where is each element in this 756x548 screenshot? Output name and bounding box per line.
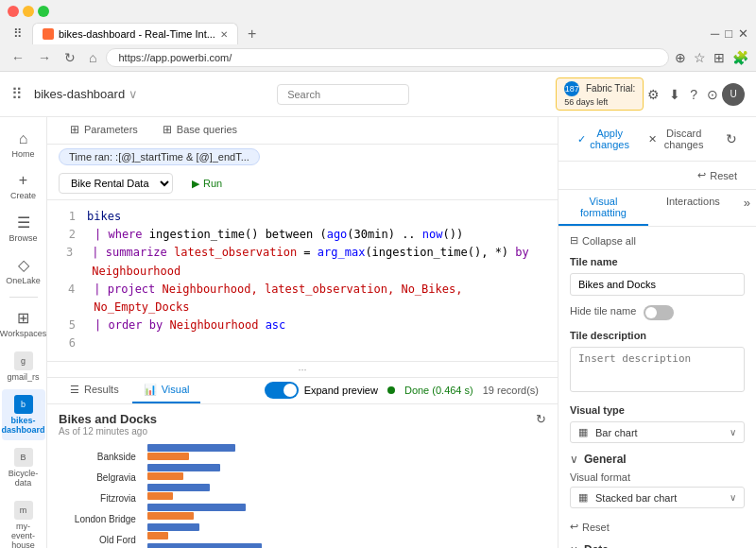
active-tab[interactable]: bikes-dashboard - Real-Time Int... ✕ (32, 23, 238, 44)
collapse-icon: ⊟ (570, 234, 578, 247)
expand-panel-icon[interactable]: » (738, 190, 756, 226)
expand-preview-toggle[interactable]: Expand preview (265, 382, 378, 399)
url-input[interactable] (106, 48, 669, 67)
refresh-icon[interactable]: ↻ (536, 412, 546, 426)
status-dot (387, 386, 395, 394)
collections-icon[interactable]: ⊞ (713, 50, 725, 65)
bar-group-3 (147, 504, 546, 520)
close-button[interactable] (8, 6, 19, 17)
tab-visual-formatting[interactable]: Visual formatting (558, 190, 648, 226)
bar-chart-icon: ▦ (578, 426, 588, 438)
time-tag[interactable]: Time ran: :[@]_startTime & [@]_endT... (59, 148, 260, 165)
extensions-icon[interactable]: ⠿ (8, 25, 28, 43)
reset-row: ↩ Reset (558, 162, 756, 190)
discard-icon: ✕ (648, 133, 657, 146)
maximize-button[interactable] (38, 6, 49, 17)
code-expand-handle[interactable]: ··· (47, 361, 558, 377)
tab-base-queries[interactable]: ⊞ Base queries (151, 117, 249, 144)
tile-description-label: Tile description (570, 330, 745, 341)
onelake-icon: ◇ (18, 256, 29, 274)
home-icon: ⌂ (19, 130, 28, 147)
download-icon[interactable]: ⬇ (669, 87, 680, 102)
collapse-all-button[interactable]: ⊟ Collapse all (570, 234, 745, 247)
query-tabs: ⊞ Parameters ⊞ Base queries (47, 117, 558, 145)
app-name[interactable]: bikes-dashboard (34, 87, 125, 101)
browser-chrome: ⠿ bikes-dashboard - Real-Time Int... ✕ +… (0, 0, 756, 72)
tile-description-input[interactable] (570, 347, 745, 392)
minimize-window-icon[interactable]: ─ (711, 26, 719, 41)
code-editor[interactable]: 1 bikes 2 | where ingestion_time() betwe… (47, 200, 558, 361)
restore-window-icon[interactable]: □ (725, 26, 732, 41)
chart-label-fitzrovia: Fitzrovia (59, 489, 140, 508)
stacked-bar-icon: ▦ (578, 491, 588, 504)
bar-blue-2 (147, 484, 210, 491)
run-button[interactable]: ▶ Run (180, 174, 233, 194)
sidebar-item-home[interactable]: ⌂ Home (2, 125, 45, 164)
sidebar-label-workspaces: Workspaces (0, 329, 46, 338)
results-toolbar: Expand preview Done (0.464 s) 19 record(… (257, 382, 546, 399)
tab-parameters[interactable]: ⊞ Parameters (59, 117, 149, 144)
reload-button[interactable]: ↻ (60, 48, 79, 67)
visual-type-select[interactable]: ▦ Bar chart ∨ (570, 421, 745, 443)
data-section-header[interactable]: ∨ Data (570, 543, 745, 548)
sidebar-item-workspaces[interactable]: ⊞ Workspaces (2, 303, 45, 344)
sidebar-item-my-event-house-1[interactable]: m my-event-house (2, 495, 45, 548)
user-avatar[interactable]: U (722, 83, 745, 106)
settings-icon[interactable]: ⚙ (647, 87, 660, 102)
chart-label-belgravia: Belgravia (59, 469, 140, 488)
tab-close-icon[interactable]: ✕ (220, 29, 228, 40)
apply-icon: ✓ (577, 133, 586, 146)
app-grid-icon[interactable]: ⠿ (11, 85, 23, 103)
window-controls (8, 6, 49, 17)
reset-label: Reset (710, 170, 737, 181)
help-icon[interactable]: ? (690, 87, 697, 102)
tab-results[interactable]: ☰ Results (59, 378, 130, 403)
extensions-toolbar-icon[interactable]: 🧩 (732, 50, 748, 65)
sidebar-item-bikes-dashboard[interactable]: b bikes-dashboard (2, 389, 45, 440)
minimize-button[interactable] (23, 6, 34, 17)
panel-content: ⊟ Collapse all Tile name Hide tile name … (558, 227, 756, 548)
tab-interactions[interactable]: Interactions (648, 190, 738, 226)
home-browser-button[interactable]: ⌂ (85, 48, 100, 67)
visual-format-label: Visual format (570, 471, 745, 483)
back-button[interactable]: ← (8, 48, 28, 67)
apply-changes-button[interactable]: ✓ Apply changes (570, 125, 637, 153)
toggle-switch-element[interactable] (265, 382, 299, 399)
general-section-header[interactable]: ∨ General (570, 453, 745, 466)
general-section-title: General (584, 453, 627, 466)
expand-preview-label: Expand preview (304, 385, 378, 396)
visual-format-field: Visual format ▦ Stacked bar chart ∨ (570, 471, 745, 508)
sidebar-label-gmail-rs: gmail_rs (7, 372, 39, 382)
hide-tile-toggle[interactable] (644, 305, 674, 320)
new-tab-button[interactable]: + (242, 26, 262, 43)
general-reset-button[interactable]: ↩ Reset (570, 518, 610, 536)
read-mode-icon[interactable]: ⊕ (675, 50, 686, 65)
reset-button[interactable]: ↩ Reset (690, 165, 745, 185)
discard-changes-button[interactable]: ✕ Discard changes (641, 125, 714, 153)
sidebar-item-bicycle-data[interactable]: B Bicycle-data (2, 442, 45, 493)
app-top-nav: ⠿ bikes-dashboard ∨ 187 Fabric Trial: 56… (0, 72, 756, 117)
share-icon[interactable]: ⊙ (707, 87, 718, 102)
close-window-icon[interactable]: ✕ (738, 26, 748, 41)
tab-visual[interactable]: 📊 Visual (132, 378, 201, 403)
right-panel: ✓ Apply changes ✕ Discard changes ↻ ↩ Re… (558, 117, 756, 548)
datasource-select[interactable]: Bike Rental Data (59, 173, 173, 194)
tile-name-input[interactable] (570, 273, 745, 296)
visual-format-select[interactable]: ▦ Stacked bar chart ∨ (570, 487, 745, 508)
code-line-6: 6 (59, 334, 546, 352)
sidebar: ⌂ Home + Create ☰ Browse ◇ OneLake ⊞ Wor… (0, 117, 47, 548)
parameters-tab-label: Parameters (84, 124, 138, 135)
sidebar-item-gmail-rs[interactable]: g gmail_rs (2, 346, 45, 387)
sidebar-item-onelake[interactable]: ◇ OneLake (2, 250, 45, 291)
sidebar-item-browse[interactable]: ☰ Browse (2, 208, 45, 248)
visual-tab-icon: 📊 (144, 384, 157, 396)
sidebar-item-create[interactable]: + Create (2, 166, 45, 206)
search-input[interactable] (277, 84, 409, 105)
bar-group-4 (147, 523, 546, 539)
forward-button[interactable]: → (34, 48, 55, 67)
favorites-icon[interactable]: ☆ (694, 50, 706, 65)
visual-format-chevron-icon: ∨ (730, 492, 736, 503)
refresh-panel-button[interactable]: ↻ (718, 128, 745, 149)
tab-bar: ⠿ bikes-dashboard - Real-Time Int... ✕ +… (0, 23, 756, 44)
sidebar-label-create: Create (10, 191, 36, 200)
